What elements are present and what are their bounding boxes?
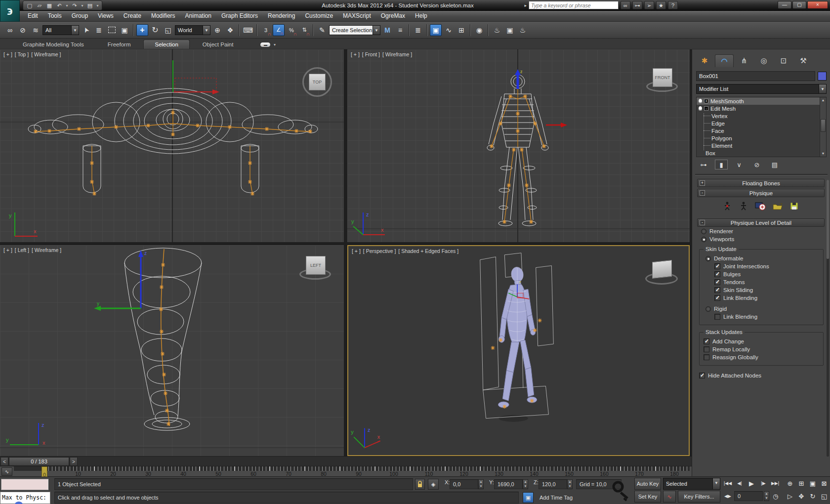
timeline-ruler[interactable]: 0 10 20 30 40 50 60 70 80 90 100 110 120… <box>14 466 690 477</box>
ribbon-minimize-control[interactable]: ▬ ▾ <box>260 42 277 47</box>
manage-layers-icon[interactable]: ≣ <box>412 24 424 36</box>
tab-object-paint[interactable]: Object Paint <box>192 40 245 49</box>
remove-modifier-icon[interactable]: ⊘ <box>750 160 763 169</box>
stack-subitem-vertex[interactable]: Vertex <box>697 112 826 120</box>
viewport-perspective-name[interactable]: [ Perspective ] <box>363 248 396 254</box>
menu-group[interactable]: Group <box>67 11 93 21</box>
tab-freeform[interactable]: Freeform <box>97 40 142 49</box>
z-spinner[interactable]: ▲▼ <box>567 479 573 489</box>
reference-coordinate-arrow-icon[interactable]: ▼ <box>203 26 210 35</box>
stack-subitem-element[interactable]: Element <box>697 142 826 149</box>
viewcube-top[interactable]: TOP <box>302 67 333 98</box>
add-change-checkbox[interactable] <box>704 338 709 344</box>
restore-button[interactable]: ▢ <box>792 1 806 9</box>
maxscript-listener-pink[interactable] <box>1 479 48 490</box>
open-physique-file-icon[interactable] <box>772 202 783 210</box>
scroll-down-icon[interactable]: ▼ <box>820 151 826 157</box>
menu-edit[interactable]: Edit <box>23 11 43 21</box>
viewports-radio[interactable] <box>701 237 706 242</box>
stack-item-meshsmooth[interactable]: + MeshSmooth <box>697 97 826 105</box>
link-blending-checkbox[interactable] <box>714 295 720 301</box>
stack-subitem-face[interactable]: Face <box>697 127 826 134</box>
keyboard-override-icon[interactable]: ⌨ <box>242 24 254 36</box>
undo-dropdown-icon[interactable]: ▾ <box>65 3 69 8</box>
render-production-icon[interactable]: ♨ <box>517 24 529 36</box>
window-crossing-toggle-icon[interactable]: ▣ <box>119 24 130 36</box>
spinner-snap-icon[interactable]: ⇅ <box>298 24 310 36</box>
schematic-view-icon[interactable]: ⊞ <box>456 24 467 36</box>
named-selection-sets-icon[interactable]: ✎ <box>316 24 328 36</box>
x-coordinate-field[interactable]: 0,0 <box>450 479 478 489</box>
scroll-up-icon[interactable]: ▲ <box>820 97 826 103</box>
viewport-left-shading[interactable]: [ Wireframe ] <box>32 247 61 253</box>
create-tab-icon[interactable]: ✱ <box>695 54 714 67</box>
set-keys-key-icon[interactable] <box>612 480 631 503</box>
bind-to-space-warp-icon[interactable]: ≋ <box>30 24 42 36</box>
current-frame-field[interactable] <box>734 491 763 501</box>
close-button[interactable]: × <box>807 1 828 9</box>
menu-create[interactable]: Create <box>119 11 146 21</box>
hide-attached-nodes-checkbox[interactable] <box>699 373 705 378</box>
viewport-perspective-shading[interactable]: [ Shaded + Edged Faces ] <box>398 248 458 254</box>
rigid-radio[interactable] <box>706 306 711 312</box>
stack-subitem-polygon[interactable]: Polygon <box>697 134 826 142</box>
stack-subitem-edge[interactable]: Edge <box>697 120 826 127</box>
material-editor-icon[interactable]: ◉ <box>473 24 485 36</box>
percent-snap-icon[interactable]: % <box>286 24 297 36</box>
viewport-front-shading[interactable]: [ Wireframe ] <box>382 51 412 57</box>
key-filters-button[interactable]: Key Filters... <box>678 491 720 503</box>
panel-scroll-thumb[interactable] <box>827 180 829 259</box>
stack-item-edit-mesh[interactable]: - Edit Mesh <box>697 105 826 112</box>
selection-filter-arrow-icon[interactable]: ▼ <box>71 26 79 35</box>
angle-snap-icon[interactable]: ∠ <box>273 24 285 36</box>
undo-icon[interactable]: ↶ <box>55 1 64 9</box>
frame-spinner[interactable]: ▲▼ <box>764 491 769 501</box>
make-unique-icon[interactable]: ∨ <box>733 160 746 169</box>
rollout-physique-lod[interactable]: - Physique Level of Detail <box>697 218 825 227</box>
menu-tools[interactable]: Tools <box>43 11 67 21</box>
align-icon[interactable]: ≡ <box>394 24 406 36</box>
isolate-selection-icon[interactable]: ▣ <box>523 492 534 503</box>
redo-icon[interactable]: ↷ <box>70 1 79 9</box>
rollout-expand-icon[interactable]: + <box>700 180 705 186</box>
project-dropdown-icon[interactable]: ▾ <box>95 3 100 8</box>
menu-views[interactable]: Views <box>93 11 119 21</box>
viewport-left[interactable]: [ + ] [ Left ] [ Wireframe ] <box>0 245 344 456</box>
project-folder-icon[interactable]: ▤ <box>85 1 94 9</box>
rendered-frame-window-icon[interactable]: ▣ <box>504 24 516 36</box>
viewcube-left-face[interactable]: LEFT <box>306 256 326 275</box>
curve-editor-icon[interactable]: ∿ <box>443 24 455 36</box>
time-slider-grip[interactable]: 0 / 183 <box>9 457 69 466</box>
display-tab-icon[interactable]: ⊡ <box>774 54 793 67</box>
zoom-extents-icon[interactable]: ▣ <box>807 478 818 489</box>
viewport-front[interactable]: [ + ] [ Front ] [ Wireframe ] <box>347 49 690 242</box>
selection-filter-dropdown[interactable]: All▼ <box>42 25 79 35</box>
rollout-collapse-icon[interactable]: - <box>700 220 705 225</box>
unlink-selection-icon[interactable]: ⊘ <box>17 24 29 36</box>
show-end-result-icon[interactable]: ▮ <box>715 160 728 169</box>
bulge-editor-icon[interactable] <box>755 202 766 210</box>
viewcube-perspective[interactable] <box>646 257 678 287</box>
select-and-link-icon[interactable]: ∞ <box>4 24 16 36</box>
joint-intersections-checkbox[interactable] <box>714 263 720 269</box>
rectangular-selection-region-icon[interactable] <box>106 24 118 36</box>
rollout-floating-bones[interactable]: + Floating Bones <box>697 179 825 187</box>
object-name-field[interactable] <box>696 71 815 81</box>
key-mode-toggle-icon[interactable]: ◀▶ <box>722 491 733 502</box>
menu-graph-editors[interactable]: Graph Editors <box>216 11 263 21</box>
maximize-viewport-icon[interactable]: ◱ <box>819 491 830 502</box>
open-file-icon[interactable]: ▱ <box>35 1 44 9</box>
tab-graphite-modeling-tools[interactable]: Graphite Modeling Tools <box>12 40 95 49</box>
redo-dropdown-icon[interactable]: ▾ <box>80 3 84 8</box>
modifier-list-arrow-icon[interactable]: ▼ <box>819 84 826 93</box>
viewcube-front[interactable]: FRONT <box>647 66 678 95</box>
viewport-left-menu[interactable]: [ + ] <box>3 247 12 253</box>
menu-customize[interactable]: Customize <box>300 11 338 21</box>
viewport-top-menu[interactable]: [ + ] <box>3 51 12 57</box>
graphite-ribbon-toggle-icon[interactable]: ▣ <box>430 24 442 36</box>
next-frame-arrow[interactable]: > <box>70 457 78 466</box>
pan-icon[interactable]: ✥ <box>796 491 807 502</box>
tab-selection[interactable]: Selection <box>143 40 189 49</box>
skin-sliding-checkbox[interactable] <box>714 287 720 293</box>
front-move-gizmo[interactable]: z <box>515 69 567 127</box>
